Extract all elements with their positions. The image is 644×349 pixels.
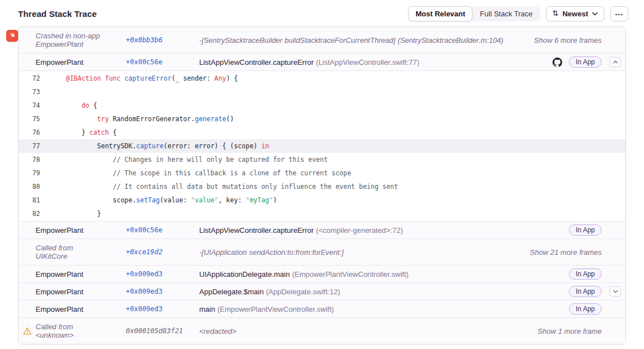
- show-more-frames[interactable]: Show 1 more frame: [538, 327, 602, 335]
- tab-full-stack-trace[interactable]: Full Stack Trace: [472, 6, 540, 21]
- code-text: SentrySDK.capture(error: error) { (scope…: [40, 142, 269, 150]
- line-number: 75: [19, 115, 40, 123]
- stack-frame-expanded[interactable]: EmpowerPlant +0x00c56e ListAppViewContro…: [19, 54, 625, 71]
- frame-address: +0x009ed3: [126, 270, 199, 278]
- source-file[interactable]: (AppDelegate.swift:12): [266, 288, 340, 296]
- code-text: }: [40, 210, 101, 218]
- frame-right: Show 21 more frames: [530, 248, 621, 257]
- swift-platform-icon: [6, 30, 18, 42]
- overflow-menu-button[interactable]: …: [610, 6, 628, 21]
- warning-icon: [23, 327, 32, 335]
- line-number: 79: [19, 169, 40, 177]
- frame-module: Called from UIKitCore: [36, 244, 106, 260]
- stack-frame-unknown[interactable]: Called from <unknown> 0x000105d83f21 <re…: [19, 318, 625, 344]
- code-text: // The scope in this callback is a clone…: [40, 169, 351, 177]
- function-name: ListAppViewController.captureError: [199, 58, 314, 67]
- show-more-frames[interactable]: Show 6 more frames: [534, 36, 602, 45]
- code-text: } catch {: [40, 129, 117, 136]
- line-number: 76: [19, 129, 40, 136]
- frame-right: In App: [569, 268, 621, 280]
- thread-stack-trace-panel: Thread Stack Trace Most Relevant Full St…: [0, 0, 644, 349]
- frame-module: EmpowerPlant: [36, 270, 106, 279]
- frame-right: Show 6 more frames: [534, 36, 621, 45]
- frame-module: EmpowerPlant: [36, 305, 106, 313]
- function-name: main: [199, 305, 215, 313]
- chevron-down-icon: [613, 290, 618, 293]
- stack-frame[interactable]: EmpowerPlant +0x00c56e ListAppViewContro…: [19, 222, 625, 239]
- ellipsis-icon: …: [615, 7, 624, 17]
- stack-frame-collapsed[interactable]: EmpowerPlant +0x009ed3 AppDelegate.$main…: [19, 283, 625, 301]
- function-name: UIApplicationDelegate.main: [199, 270, 290, 279]
- frame-address: +0xce19d2: [126, 248, 199, 256]
- source-file[interactable]: (SentryStacktraceBuilder.m:104): [398, 36, 503, 45]
- in-app-badge: In App: [569, 56, 602, 68]
- stack-frame[interactable]: EmpowerPlant +0x009ed3 UIApplicationDele…: [19, 266, 625, 283]
- frame-right: In App: [553, 56, 621, 68]
- code-line: 72 @IBAction func captureError(_ sender:…: [19, 72, 625, 85]
- source-file[interactable]: (EmpowerPlantViewController.swift): [292, 270, 408, 279]
- frame-function: ListAppViewController.captureError(<comp…: [199, 226, 562, 235]
- frame-lead: [19, 327, 36, 335]
- frame-module: EmpowerPlant: [36, 288, 106, 296]
- code-line: 78 // Changes in here will only be captu…: [19, 153, 625, 166]
- swift-bird-glyph: [8, 32, 16, 40]
- sort-icon: ⇅: [553, 9, 559, 17]
- stack-trace-list: Crashed in non-app EmpowerPlant +0x0bb3b…: [18, 26, 626, 344]
- tab-most-relevant[interactable]: Most Relevant: [408, 6, 472, 21]
- code-text: try RandomErrorGenerator.generate(): [40, 115, 234, 123]
- code-text: // It contains all data but mutations on…: [40, 183, 398, 191]
- line-number: 74: [19, 101, 40, 109]
- frame-function: -[UIApplication sendAction:to:from:forEv…: [199, 248, 523, 257]
- collapse-frame-button[interactable]: [610, 57, 621, 67]
- function-name: -[SentryStacktraceBuilder buildStacktrac…: [199, 36, 396, 45]
- frame-function: UIApplicationDelegate.main(EmpowerPlantV…: [199, 270, 562, 279]
- frame-function: ListAppViewController.captureError(ListA…: [199, 58, 546, 67]
- function-name: -[UIApplication sendAction:to:from:forEv…: [199, 248, 344, 257]
- chevron-down-icon: [592, 12, 598, 16]
- expand-slot: [610, 57, 621, 67]
- github-icon[interactable]: [553, 58, 562, 67]
- frame-address: +0x009ed3: [126, 288, 199, 295]
- code-text: @IBAction func captureError(_ sender: An…: [40, 74, 238, 82]
- frame-right: In App: [569, 303, 621, 315]
- stack-frame-crashed[interactable]: Crashed in non-app EmpowerPlant +0x0bb3b…: [19, 27, 625, 54]
- code-line-highlighted: 77 SentrySDK.capture(error: error) { (sc…: [19, 139, 625, 153]
- frame-right: In App: [569, 224, 621, 236]
- line-number: 72: [19, 74, 40, 82]
- line-number: 80: [19, 183, 40, 191]
- expand-frame-button[interactable]: [610, 286, 621, 297]
- code-line: 74 do {: [19, 99, 625, 112]
- stack-frame[interactable]: EmpowerPlant +0x009ed3 main(EmpowerPlant…: [19, 301, 625, 318]
- show-more-frames[interactable]: Show 21 more frames: [530, 248, 602, 257]
- frame-right: Show 1 more frame: [538, 327, 621, 335]
- sort-label: Newest: [562, 10, 588, 18]
- panel-header: Thread Stack Trace Most Relevant Full St…: [0, 0, 644, 26]
- code-text: scope.setTag(value: "value", key: "myTag…: [40, 196, 277, 204]
- line-number: 82: [19, 210, 40, 218]
- frame-address: +0x0bb3b6: [126, 36, 199, 44]
- code-line: 76 } catch {: [19, 126, 625, 139]
- stack-frame-system[interactable]: Called from UIKitCore +0xce19d2 -[UIAppl…: [19, 239, 625, 266]
- sort-button[interactable]: ⇅ Newest: [546, 6, 604, 21]
- frame-module: Crashed in non-app EmpowerPlant: [36, 32, 106, 48]
- source-file[interactable]: (EmpowerPlantViewController.swift): [217, 305, 334, 313]
- chevron-up-icon: [613, 60, 618, 64]
- function-name: ListAppViewController.captureError: [199, 226, 314, 235]
- function-name: AppDelegate.$main: [199, 288, 264, 296]
- code-line: 81 scope.setTag(value: "value", key: "my…: [19, 193, 625, 207]
- in-app-badge: In App: [569, 268, 602, 280]
- code-text: // Changes in here will only be captured…: [40, 156, 328, 164]
- source-file[interactable]: (<compiler-generated>:72): [316, 226, 403, 235]
- line-number: 78: [19, 156, 40, 164]
- source-file[interactable]: (ListAppViewController.swift:77): [316, 58, 419, 67]
- code-line: 79 // The scope in this callback is a cl…: [19, 166, 625, 180]
- frame-function: main(EmpowerPlantViewController.swift): [199, 305, 562, 313]
- in-app-badge: In App: [569, 286, 602, 297]
- line-number: 81: [19, 196, 40, 204]
- page-title: Thread Stack Trace: [18, 9, 97, 19]
- frame-function: <redacted>: [199, 327, 531, 335]
- in-app-badge: In App: [569, 224, 602, 236]
- frame-module: Called from <unknown>: [36, 323, 106, 339]
- view-toggle: Most Relevant Full Stack Trace: [408, 6, 540, 21]
- code-line: 73: [19, 85, 625, 99]
